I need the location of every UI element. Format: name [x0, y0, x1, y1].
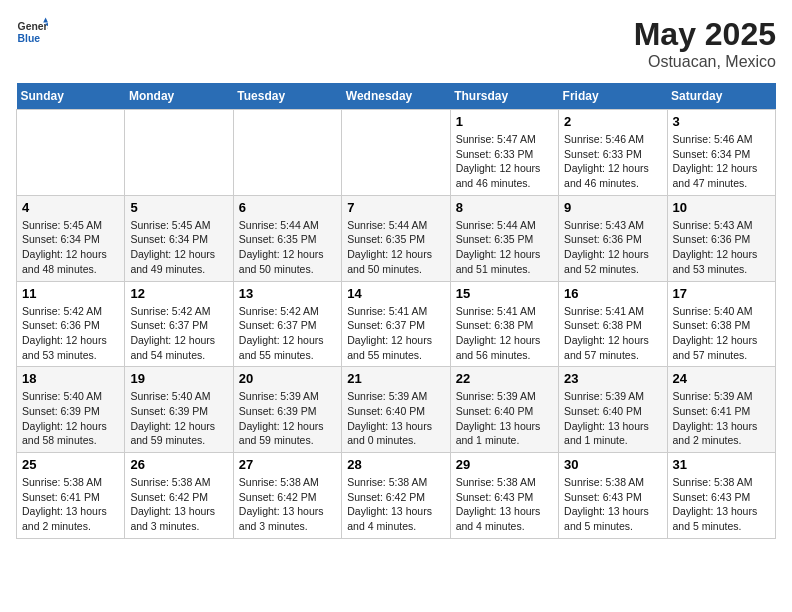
day-info: Sunrise: 5:46 AM Sunset: 6:33 PM Dayligh…	[564, 132, 661, 191]
day-info: Sunrise: 5:39 AM Sunset: 6:40 PM Dayligh…	[564, 389, 661, 448]
title-block: May 2025 Ostuacan, Mexico	[634, 16, 776, 71]
day-info: Sunrise: 5:44 AM Sunset: 6:35 PM Dayligh…	[347, 218, 444, 277]
day-number: 12	[130, 286, 227, 301]
calendar-table: SundayMondayTuesdayWednesdayThursdayFrid…	[16, 83, 776, 539]
day-number: 8	[456, 200, 553, 215]
day-number: 5	[130, 200, 227, 215]
day-info: Sunrise: 5:39 AM Sunset: 6:41 PM Dayligh…	[673, 389, 770, 448]
calendar-cell	[125, 110, 233, 196]
day-info: Sunrise: 5:41 AM Sunset: 6:37 PM Dayligh…	[347, 304, 444, 363]
header-friday: Friday	[559, 83, 667, 110]
day-info: Sunrise: 5:39 AM Sunset: 6:40 PM Dayligh…	[347, 389, 444, 448]
day-number: 28	[347, 457, 444, 472]
day-number: 24	[673, 371, 770, 386]
day-info: Sunrise: 5:42 AM Sunset: 6:37 PM Dayligh…	[239, 304, 336, 363]
calendar-week-1: 1Sunrise: 5:47 AM Sunset: 6:33 PM Daylig…	[17, 110, 776, 196]
day-info: Sunrise: 5:38 AM Sunset: 6:43 PM Dayligh…	[673, 475, 770, 534]
calendar-cell: 9Sunrise: 5:43 AM Sunset: 6:36 PM Daylig…	[559, 195, 667, 281]
header-monday: Monday	[125, 83, 233, 110]
day-info: Sunrise: 5:38 AM Sunset: 6:43 PM Dayligh…	[456, 475, 553, 534]
header-saturday: Saturday	[667, 83, 775, 110]
calendar-subtitle: Ostuacan, Mexico	[634, 53, 776, 71]
day-info: Sunrise: 5:43 AM Sunset: 6:36 PM Dayligh…	[564, 218, 661, 277]
day-number: 22	[456, 371, 553, 386]
day-info: Sunrise: 5:42 AM Sunset: 6:37 PM Dayligh…	[130, 304, 227, 363]
calendar-cell: 15Sunrise: 5:41 AM Sunset: 6:38 PM Dayli…	[450, 281, 558, 367]
day-info: Sunrise: 5:38 AM Sunset: 6:42 PM Dayligh…	[130, 475, 227, 534]
calendar-cell: 10Sunrise: 5:43 AM Sunset: 6:36 PM Dayli…	[667, 195, 775, 281]
calendar-week-5: 25Sunrise: 5:38 AM Sunset: 6:41 PM Dayli…	[17, 453, 776, 539]
calendar-cell: 14Sunrise: 5:41 AM Sunset: 6:37 PM Dayli…	[342, 281, 450, 367]
day-number: 26	[130, 457, 227, 472]
calendar-cell	[233, 110, 341, 196]
day-info: Sunrise: 5:40 AM Sunset: 6:39 PM Dayligh…	[130, 389, 227, 448]
svg-text:Blue: Blue	[18, 33, 41, 44]
day-info: Sunrise: 5:44 AM Sunset: 6:35 PM Dayligh…	[456, 218, 553, 277]
calendar-cell: 4Sunrise: 5:45 AM Sunset: 6:34 PM Daylig…	[17, 195, 125, 281]
day-number: 9	[564, 200, 661, 215]
day-number: 13	[239, 286, 336, 301]
calendar-cell: 5Sunrise: 5:45 AM Sunset: 6:34 PM Daylig…	[125, 195, 233, 281]
calendar-cell: 26Sunrise: 5:38 AM Sunset: 6:42 PM Dayli…	[125, 453, 233, 539]
calendar-cell: 7Sunrise: 5:44 AM Sunset: 6:35 PM Daylig…	[342, 195, 450, 281]
day-info: Sunrise: 5:41 AM Sunset: 6:38 PM Dayligh…	[456, 304, 553, 363]
day-info: Sunrise: 5:38 AM Sunset: 6:43 PM Dayligh…	[564, 475, 661, 534]
day-number: 27	[239, 457, 336, 472]
page-header: General Blue May 2025 Ostuacan, Mexico	[16, 16, 776, 71]
calendar-cell: 3Sunrise: 5:46 AM Sunset: 6:34 PM Daylig…	[667, 110, 775, 196]
calendar-cell: 27Sunrise: 5:38 AM Sunset: 6:42 PM Dayli…	[233, 453, 341, 539]
calendar-cell: 2Sunrise: 5:46 AM Sunset: 6:33 PM Daylig…	[559, 110, 667, 196]
calendar-cell: 30Sunrise: 5:38 AM Sunset: 6:43 PM Dayli…	[559, 453, 667, 539]
calendar-cell: 11Sunrise: 5:42 AM Sunset: 6:36 PM Dayli…	[17, 281, 125, 367]
day-number: 18	[22, 371, 119, 386]
calendar-cell: 20Sunrise: 5:39 AM Sunset: 6:39 PM Dayli…	[233, 367, 341, 453]
calendar-cell: 21Sunrise: 5:39 AM Sunset: 6:40 PM Dayli…	[342, 367, 450, 453]
calendar-cell: 28Sunrise: 5:38 AM Sunset: 6:42 PM Dayli…	[342, 453, 450, 539]
header-sunday: Sunday	[17, 83, 125, 110]
day-info: Sunrise: 5:47 AM Sunset: 6:33 PM Dayligh…	[456, 132, 553, 191]
calendar-cell: 1Sunrise: 5:47 AM Sunset: 6:33 PM Daylig…	[450, 110, 558, 196]
calendar-cell: 8Sunrise: 5:44 AM Sunset: 6:35 PM Daylig…	[450, 195, 558, 281]
day-number: 4	[22, 200, 119, 215]
day-info: Sunrise: 5:40 AM Sunset: 6:39 PM Dayligh…	[22, 389, 119, 448]
calendar-cell: 18Sunrise: 5:40 AM Sunset: 6:39 PM Dayli…	[17, 367, 125, 453]
day-info: Sunrise: 5:45 AM Sunset: 6:34 PM Dayligh…	[130, 218, 227, 277]
calendar-cell: 19Sunrise: 5:40 AM Sunset: 6:39 PM Dayli…	[125, 367, 233, 453]
day-info: Sunrise: 5:46 AM Sunset: 6:34 PM Dayligh…	[673, 132, 770, 191]
day-info: Sunrise: 5:39 AM Sunset: 6:40 PM Dayligh…	[456, 389, 553, 448]
day-number: 19	[130, 371, 227, 386]
calendar-cell: 17Sunrise: 5:40 AM Sunset: 6:38 PM Dayli…	[667, 281, 775, 367]
day-info: Sunrise: 5:39 AM Sunset: 6:39 PM Dayligh…	[239, 389, 336, 448]
logo-icon: General Blue	[16, 16, 48, 48]
day-number: 1	[456, 114, 553, 129]
header-thursday: Thursday	[450, 83, 558, 110]
calendar-cell	[17, 110, 125, 196]
calendar-cell: 16Sunrise: 5:41 AM Sunset: 6:38 PM Dayli…	[559, 281, 667, 367]
calendar-title: May 2025	[634, 16, 776, 53]
day-info: Sunrise: 5:45 AM Sunset: 6:34 PM Dayligh…	[22, 218, 119, 277]
calendar-cell: 6Sunrise: 5:44 AM Sunset: 6:35 PM Daylig…	[233, 195, 341, 281]
day-number: 6	[239, 200, 336, 215]
day-number: 2	[564, 114, 661, 129]
calendar-week-3: 11Sunrise: 5:42 AM Sunset: 6:36 PM Dayli…	[17, 281, 776, 367]
day-info: Sunrise: 5:38 AM Sunset: 6:41 PM Dayligh…	[22, 475, 119, 534]
header-tuesday: Tuesday	[233, 83, 341, 110]
calendar-cell: 12Sunrise: 5:42 AM Sunset: 6:37 PM Dayli…	[125, 281, 233, 367]
day-number: 14	[347, 286, 444, 301]
day-number: 31	[673, 457, 770, 472]
calendar-cell: 31Sunrise: 5:38 AM Sunset: 6:43 PM Dayli…	[667, 453, 775, 539]
svg-text:General: General	[18, 21, 48, 32]
calendar-cell: 22Sunrise: 5:39 AM Sunset: 6:40 PM Dayli…	[450, 367, 558, 453]
day-info: Sunrise: 5:42 AM Sunset: 6:36 PM Dayligh…	[22, 304, 119, 363]
header-wednesday: Wednesday	[342, 83, 450, 110]
day-number: 20	[239, 371, 336, 386]
day-number: 17	[673, 286, 770, 301]
day-number: 21	[347, 371, 444, 386]
calendar-cell: 24Sunrise: 5:39 AM Sunset: 6:41 PM Dayli…	[667, 367, 775, 453]
calendar-cell: 13Sunrise: 5:42 AM Sunset: 6:37 PM Dayli…	[233, 281, 341, 367]
day-info: Sunrise: 5:43 AM Sunset: 6:36 PM Dayligh…	[673, 218, 770, 277]
day-number: 16	[564, 286, 661, 301]
day-number: 23	[564, 371, 661, 386]
day-number: 15	[456, 286, 553, 301]
logo: General Blue	[16, 16, 48, 48]
